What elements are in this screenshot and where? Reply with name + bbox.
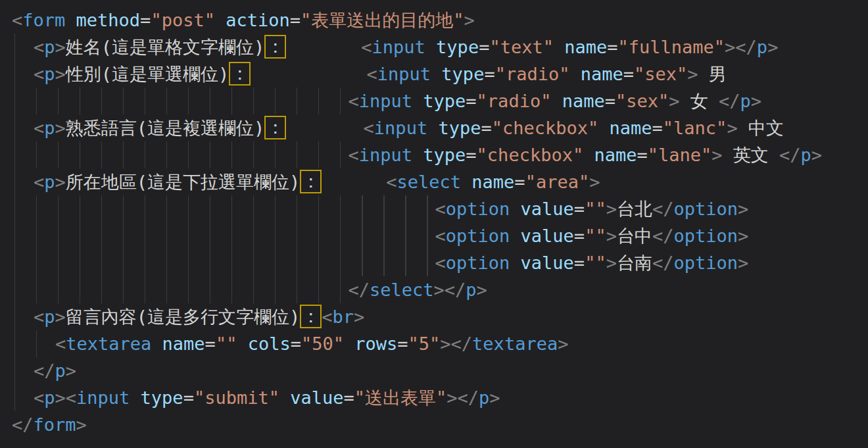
code-token: value xyxy=(521,253,574,273)
code-token: < xyxy=(34,387,44,408)
code-line[interactable]: <input type="radio" name="sex"> 女 </p> xyxy=(12,87,868,114)
code-token xyxy=(130,387,140,408)
code-token: </ xyxy=(12,414,34,435)
code-token: > xyxy=(354,307,364,327)
unicode-highlight-box: ： xyxy=(300,305,322,328)
code-token xyxy=(431,64,441,84)
code-token: name xyxy=(594,145,637,165)
code-token: = xyxy=(623,64,634,84)
code-token: > xyxy=(606,199,617,219)
unicode-highlight-box: ： xyxy=(264,35,286,59)
code-line[interactable]: </form> xyxy=(12,411,868,438)
code-token: > xyxy=(711,145,722,165)
code-token: "area" xyxy=(525,172,590,192)
code-line-tail: <input type="checkbox" name="lanc"> 中文 xyxy=(364,114,784,141)
indent-guide xyxy=(12,330,55,357)
code-line[interactable]: </p> xyxy=(12,357,868,384)
code-token: "lane" xyxy=(648,145,712,165)
code-token: < xyxy=(435,226,446,246)
code-token: < xyxy=(34,64,44,84)
code-token: option xyxy=(673,199,738,219)
code-line[interactable]: <p>留言內容(這是多行文字欄位)：<br> xyxy=(12,303,868,330)
code-token: = xyxy=(605,91,615,111)
code-token: "送出表單" xyxy=(354,387,447,408)
code-line[interactable]: <form method="post" action="表單送出的目的地"> xyxy=(12,7,868,34)
code-token: 熟悉語言(這是複選欄位) xyxy=(66,118,265,138)
code-token: > xyxy=(55,37,66,57)
code-token: > xyxy=(464,10,475,30)
code-token: 姓名(這是單格文字欄位) xyxy=(66,37,265,57)
code-token: "text" xyxy=(489,37,554,57)
code-token: > xyxy=(477,280,487,300)
code-token: > xyxy=(811,145,822,165)
code-token: 所在地區(這是下拉選單欄位) xyxy=(66,172,301,192)
code-line[interactable]: <p>姓名(這是單格文字欄位)：<input type="text" name=… xyxy=(12,34,868,61)
code-line[interactable]: <p>熟悉語言(這是複選欄位)：<input type="checkbox" n… xyxy=(12,114,868,141)
indent-guide xyxy=(12,357,34,384)
code-line[interactable]: <input type="checkbox" name="lane"> 英文 <… xyxy=(12,141,868,168)
code-token: select xyxy=(397,172,462,192)
code-token: </ xyxy=(719,91,740,111)
code-token: = xyxy=(652,118,663,138)
code-token: > xyxy=(727,118,737,138)
indent-guide xyxy=(12,61,34,87)
code-line[interactable]: <option value="">台中</option> xyxy=(12,222,868,249)
code-token: select xyxy=(370,280,434,300)
code-token: = xyxy=(574,226,585,246)
code-token: p xyxy=(44,118,55,138)
code-token: > xyxy=(669,91,679,111)
code-line[interactable]: <textarea name="" cols="50" rows="5"></t… xyxy=(12,330,868,357)
code-line[interactable]: <p>所在地區(這是下拉選單欄位)：<select name="area"> xyxy=(12,168,868,195)
code-token: "" xyxy=(585,226,606,246)
code-token: input xyxy=(377,64,431,84)
code-token: = xyxy=(479,37,489,57)
code-token: option xyxy=(446,199,510,219)
code-token: option xyxy=(673,226,738,246)
code-token: < xyxy=(349,145,359,165)
code-line[interactable]: <p><input type="submit" value="送出表單"></p… xyxy=(12,384,868,411)
code-token: "" xyxy=(585,199,606,219)
code-token: "表單送出的目的地" xyxy=(301,10,464,30)
code-token: </ xyxy=(652,199,674,219)
code-editor[interactable]: <form method="post" action="表單送出的目的地"><p… xyxy=(0,0,868,448)
code-token: option xyxy=(446,253,510,273)
code-token: 中文 xyxy=(738,118,784,138)
code-line[interactable]: <option value="">台北</option> xyxy=(12,195,868,222)
code-line[interactable]: <option value="">台南</option> xyxy=(12,249,868,276)
code-token: name xyxy=(162,334,205,354)
code-token: "fullname" xyxy=(618,37,725,57)
code-token: p xyxy=(479,387,489,408)
code-token: name xyxy=(562,91,605,111)
code-line[interactable]: <p>性別(這是單選欄位)：<input type="radio" name="… xyxy=(12,61,868,87)
code-token xyxy=(412,91,423,111)
code-token: 台中 xyxy=(617,226,652,246)
code-token: "checkbox" xyxy=(492,118,599,138)
code-token: p xyxy=(44,37,55,57)
code-token: 男 xyxy=(698,64,727,84)
indent-guide xyxy=(12,114,34,141)
code-token: < xyxy=(386,172,397,192)
code-token: value xyxy=(521,226,574,246)
code-token: > xyxy=(606,226,617,246)
code-token: type xyxy=(423,91,466,111)
code-token: form xyxy=(22,10,65,30)
code-token: option xyxy=(673,253,738,273)
code-token: = xyxy=(343,387,354,408)
code-token xyxy=(425,37,436,57)
code-token: method xyxy=(76,10,141,30)
code-token: name xyxy=(564,37,607,57)
code-line[interactable]: </select></p> xyxy=(12,276,868,303)
unicode-highlight-box: ： xyxy=(264,116,286,139)
code-token: > xyxy=(687,64,698,84)
code-token: = xyxy=(481,118,491,138)
code-token: = xyxy=(466,91,476,111)
code-token: < xyxy=(361,37,372,57)
code-token: name xyxy=(581,64,623,84)
code-token: "sex" xyxy=(615,91,669,111)
code-token: cols xyxy=(248,334,291,354)
code-token: = xyxy=(514,172,525,192)
code-token: > xyxy=(589,172,600,192)
code-token: < xyxy=(55,334,66,354)
code-token: < xyxy=(34,118,44,138)
code-token: = xyxy=(140,10,151,30)
